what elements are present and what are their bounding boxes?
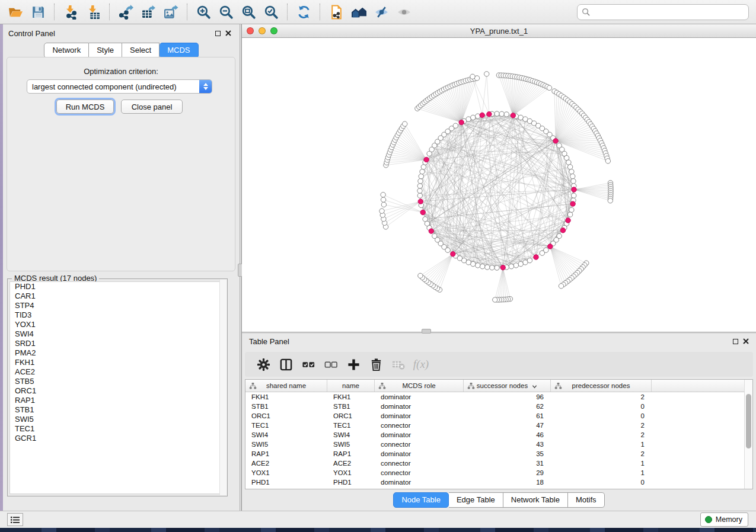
table-row[interactable]: ORC1ORC1dominator610 — [245, 411, 752, 421]
mcds-result-item[interactable]: STP4 — [10, 301, 225, 310]
node-table-header: shared namenameMCDS rolesuccessor nodesp… — [245, 380, 752, 392]
import-network-icon[interactable] — [61, 3, 80, 21]
table-row[interactable]: ACE2ACE2connector311 — [245, 459, 752, 468]
mcds-result-item[interactable]: YOX1 — [10, 320, 225, 329]
import-table-icon[interactable] — [84, 3, 103, 21]
mcds-result-item[interactable]: ORC1 — [10, 386, 225, 396]
column-header-mcds-role[interactable]: MCDS role — [375, 380, 464, 392]
refresh-icon[interactable] — [294, 3, 313, 21]
table-cell: 0 — [551, 477, 652, 487]
column-header-shared-name[interactable]: shared name — [245, 380, 327, 392]
save-session-icon[interactable] — [28, 3, 47, 21]
table-scrollbar[interactable] — [744, 380, 752, 489]
mcds-result-item[interactable]: TID3 — [10, 310, 225, 320]
column-type-icon — [249, 382, 257, 390]
mcds-result-item[interactable]: PHD1 — [10, 282, 225, 291]
table-panel-window-buttons — [733, 338, 749, 344]
float-table-panel-icon[interactable] — [733, 339, 738, 344]
column-label: MCDS role — [402, 382, 435, 389]
criterion-dropdown[interactable]: largest connected component (undirected) — [27, 79, 212, 94]
mcds-result-list: PHD1CAR1STP4TID3YOX1SWI4SRD1PMA2FKH1ACE2… — [9, 281, 225, 494]
table-tabbar: Node TableEdge TableNetwork TableMotifs — [242, 492, 756, 508]
mcds-result-item[interactable]: STB1 — [10, 405, 225, 415]
table-row[interactable]: TEC1TEC1connector472 — [245, 421, 752, 430]
tab-node-table[interactable]: Node Table — [393, 492, 449, 508]
tab-network-table[interactable]: Network Table — [503, 492, 568, 508]
zoom-in-icon[interactable] — [194, 3, 213, 21]
export-image-icon[interactable] — [161, 3, 180, 21]
table-row[interactable]: YOX1YOX1connector291 — [245, 468, 752, 477]
mcds-result-item[interactable]: SRD1 — [10, 339, 225, 348]
run-mcds-button[interactable]: Run MCDS — [56, 100, 114, 114]
mcds-result-item[interactable]: GCR1 — [10, 434, 225, 443]
mcds-result-item[interactable]: FKH1 — [10, 358, 225, 367]
tab-mcds[interactable]: MCDS — [160, 43, 198, 58]
tab-motifs[interactable]: Motifs — [568, 492, 605, 508]
open-file-icon[interactable] — [6, 3, 25, 21]
table-cell: TEC1 — [245, 421, 327, 430]
close-panel-button[interactable]: Close panel — [121, 100, 183, 114]
mcds-list-scrollbar[interactable] — [219, 280, 227, 495]
close-table-panel-icon[interactable] — [743, 338, 749, 344]
memory-button[interactable]: Memory — [700, 512, 748, 527]
optimization-criterion-label: Optimization criterion: — [7, 67, 235, 76]
network-view-window: YPA_prune.txt_1 — [242, 24, 756, 332]
table-cell: 18 — [464, 477, 551, 487]
eye-slash-icon[interactable] — [372, 3, 391, 21]
export-table-icon[interactable] — [139, 3, 158, 21]
tab-edge-table[interactable]: Edge Table — [449, 492, 503, 508]
column-header-successor-nodes[interactable]: successor nodes — [464, 380, 551, 392]
table-cell: 2 — [551, 392, 652, 402]
plus-icon[interactable] — [343, 355, 363, 373]
mcds-result-item[interactable]: SWI5 — [10, 415, 225, 424]
tab-network[interactable]: Network — [44, 43, 89, 58]
float-panel-icon[interactable] — [215, 31, 221, 36]
trash-icon[interactable] — [366, 355, 386, 373]
document-share-icon[interactable] — [327, 3, 346, 21]
export-network-icon[interactable] — [116, 3, 135, 21]
table-row[interactable]: SWI5SWI5connector431 — [245, 440, 752, 449]
task-history-button[interactable] — [7, 513, 23, 526]
gear-icon[interactable] — [253, 355, 273, 373]
checkboxes-checked-icon[interactable] — [298, 355, 318, 373]
table-cell: 29 — [464, 468, 551, 477]
double-house-icon[interactable] — [349, 3, 368, 21]
table-row[interactable]: STB1STB1dominator620 — [245, 402, 752, 411]
checkboxes-unchecked-icon[interactable] — [321, 355, 341, 373]
table-cell: STB1 — [327, 402, 375, 411]
table-cell: 62 — [464, 402, 551, 411]
table-row[interactable]: PHD1PHD1dominator180 — [245, 477, 752, 487]
horizontal-splitter-handle[interactable] — [422, 329, 431, 334]
close-panel-icon[interactable] — [225, 30, 231, 36]
columns-icon[interactable] — [276, 355, 296, 373]
zoom-fit-icon[interactable] — [239, 3, 258, 21]
tab-select[interactable]: Select — [122, 43, 160, 58]
table-cell: FKH1 — [245, 392, 327, 402]
column-header-name[interactable]: name — [327, 380, 375, 392]
mcds-result-item[interactable]: TEC1 — [10, 424, 225, 434]
search-field[interactable] — [577, 4, 749, 20]
mcds-result-item[interactable]: SWI4 — [10, 329, 225, 339]
toolbar-icon-strip — [4, 3, 415, 21]
table-cell: SWI4 — [327, 430, 375, 440]
search-input[interactable] — [591, 5, 748, 19]
network-window-titlebar[interactable]: YPA_prune.txt_1 — [242, 24, 756, 38]
table-row[interactable]: FKH1FKH1dominator962 — [245, 392, 752, 402]
mcds-result-item[interactable]: CAR1 — [10, 291, 225, 301]
zoom-selected-icon[interactable] — [261, 3, 280, 21]
mcds-result-item[interactable]: ACE2 — [10, 367, 225, 377]
mcds-result-item[interactable]: PMA2 — [10, 348, 225, 358]
table-row[interactable]: RAP1RAP1dominator352 — [245, 449, 752, 459]
mcds-result-item[interactable]: STB5 — [10, 377, 225, 386]
table-scrollbar-thumb[interactable] — [746, 394, 751, 448]
tab-style[interactable]: Style — [89, 43, 122, 58]
network-canvas[interactable] — [242, 38, 756, 332]
memory-status-icon — [705, 516, 712, 523]
control-panel: Control Panel NetworkStyleSelectMCDS Opt… — [3, 24, 240, 511]
column-header-predecessor-nodes[interactable]: predecessor nodes — [551, 380, 652, 392]
table-cell: dominator — [375, 402, 464, 411]
table-row[interactable]: SWI4SWI4dominator462 — [245, 430, 752, 440]
column-label: shared name — [266, 382, 306, 389]
mcds-result-item[interactable]: RAP1 — [10, 396, 225, 405]
zoom-out-icon[interactable] — [216, 3, 235, 21]
